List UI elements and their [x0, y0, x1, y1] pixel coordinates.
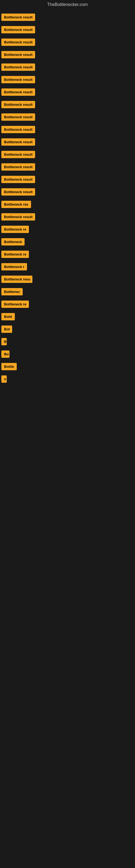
result-row: Bottle — [1, 361, 134, 372]
bottleneck-result-badge[interactable]: Bo — [1, 350, 9, 358]
result-row: Bottleneck result — [1, 149, 134, 159]
bottleneck-result-badge[interactable]: Bottleneck result — [1, 138, 35, 146]
bottleneck-result-badge[interactable]: Bottleneck res — [1, 201, 31, 208]
bottleneck-result-badge[interactable]: Bottleneck result — [1, 213, 35, 220]
bottleneck-result-badge[interactable]: Bottleneck result — [1, 13, 35, 21]
result-row: Bottleneck result — [1, 62, 134, 72]
bottleneck-result-badge[interactable]: Bottleneck result — [1, 163, 35, 170]
bottleneck-result-badge[interactable]: Bottleneck r — [1, 263, 27, 271]
result-row: Bottleneck result — [1, 24, 134, 35]
result-row: Bottleneck result — [1, 37, 134, 47]
bottleneck-result-badge[interactable]: Bottleneck re — [1, 251, 29, 258]
result-row: Bottleneck result — [1, 50, 134, 60]
bottleneck-result-badge[interactable]: Bottleneck re — [1, 226, 29, 233]
bottleneck-result-badge[interactable]: Bottleneck — [1, 238, 25, 246]
bottleneck-result-badge[interactable]: Bottle — [1, 363, 17, 370]
result-row: Bottleneck re — [1, 299, 134, 309]
result-row: Bottleneck result — [1, 99, 134, 110]
bottleneck-result-badge[interactable]: Bottleneck result — [1, 113, 35, 121]
result-row: Bottleneck result — [1, 212, 134, 222]
result-row: B — [1, 336, 134, 347]
bottleneck-result-badge[interactable]: Bottleneck resu — [1, 276, 32, 283]
bottleneck-result-badge[interactable]: Bottleneck result — [1, 151, 35, 158]
result-row: Bottleneck result — [1, 162, 134, 172]
result-row: Bottl — [1, 311, 134, 322]
bottleneck-result-badge[interactable]: Bottlenec — [1, 288, 23, 296]
result-row: Bottleneck result — [1, 112, 134, 122]
bottleneck-result-badge[interactable]: Bottleneck result — [1, 188, 35, 195]
result-row: Bo — [1, 349, 134, 359]
result-row: Bottlenec — [1, 286, 134, 297]
result-row: Bot — [1, 324, 134, 334]
result-row: n — [1, 374, 134, 384]
bottleneck-result-badge[interactable]: Bottleneck result — [1, 38, 35, 46]
bottleneck-result-badge[interactable]: n — [1, 375, 7, 383]
result-row: Bottleneck result — [1, 187, 134, 197]
bottleneck-result-badge[interactable]: Bottl — [1, 313, 15, 320]
bottleneck-result-badge[interactable]: B — [1, 338, 7, 345]
result-row: Bottleneck — [1, 237, 134, 247]
result-row: Bottleneck result — [1, 12, 134, 22]
bottleneck-result-badge[interactable]: Bottleneck result — [1, 176, 35, 183]
result-row: Bottleneck re — [1, 224, 134, 235]
bottleneck-result-badge[interactable]: Bottleneck result — [1, 76, 35, 83]
result-row: Bottleneck result — [1, 137, 134, 147]
bottleneck-result-badge[interactable]: Bot — [1, 326, 12, 333]
bottleneck-result-badge[interactable]: Bottleneck result — [1, 88, 35, 96]
result-row: Bottleneck res — [1, 199, 134, 209]
result-row: Bottleneck r — [1, 261, 134, 272]
bottleneck-result-badge[interactable]: Bottleneck re — [1, 301, 29, 308]
result-row: Bottleneck result — [1, 124, 134, 134]
bottleneck-result-badge[interactable]: Bottleneck result — [1, 26, 35, 33]
bottleneck-result-badge[interactable]: Bottleneck result — [1, 51, 35, 58]
result-row: Bottleneck result — [1, 174, 134, 184]
result-row: Bottleneck re — [1, 249, 134, 259]
bottleneck-result-badge[interactable]: Bottleneck result — [1, 126, 35, 133]
result-row: Bottleneck result — [1, 87, 134, 97]
result-row: Bottleneck resu — [1, 274, 134, 284]
results-container: Bottleneck resultBottleneck resultBottle… — [0, 9, 135, 389]
bottleneck-result-badge[interactable]: Bottleneck result — [1, 63, 35, 71]
result-row: Bottleneck result — [1, 74, 134, 85]
bottleneck-result-badge[interactable]: Bottleneck result — [1, 101, 35, 108]
site-title: TheBottlenecker.com — [0, 0, 135, 9]
